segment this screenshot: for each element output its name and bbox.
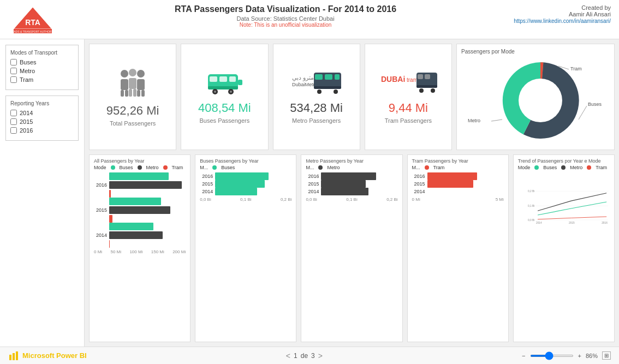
all-passengers-legend: Mode Buses Metro Tram <box>94 165 186 170</box>
svg-text:Metro: Metro <box>468 118 480 123</box>
prev-page-button[interactable]: < <box>286 351 290 360</box>
buses-chart-dot <box>212 165 217 170</box>
checkbox-tram[interactable] <box>10 76 17 83</box>
kpi-buses-value: 408,54 Mi <box>198 101 251 115</box>
chart-trend: Trend of Passengers por Year e Mode Mode… <box>513 154 615 342</box>
bar-2014-metro <box>109 231 163 239</box>
bus-bar-2014: 2014 <box>200 188 291 195</box>
zoom-minus-icon[interactable]: − <box>522 353 525 359</box>
year-label-2015: 2015 <box>94 207 107 213</box>
donut-title: Passengers por Mode <box>461 49 515 55</box>
chart-tram: Tram Passengers by Year M... Tram 2016 2… <box>407 154 509 342</box>
x-50: 50 Mi <box>110 249 121 254</box>
main-title: RTA Passengers Data Visualization - For … <box>57 4 514 14</box>
trend-metro-label: Metro <box>570 165 582 170</box>
fit-page-icon[interactable]: ⊞ <box>602 351 611 360</box>
trend-buses-dot <box>534 165 539 170</box>
svg-line-47 <box>579 106 587 120</box>
buses-chart-title: Buses Passengers by Year <box>200 158 291 164</box>
kpi-tram: DUBAi tram 9,44 Mi Tram Passengers <box>365 44 452 150</box>
donut-chart: Tram Buses Metro <box>461 49 614 144</box>
charts-row: All Passengers by Year Mode Buses Metro … <box>89 154 615 342</box>
tram-chart-title: Tram Passengers by Year <box>412 158 504 164</box>
filter-tram[interactable]: Tram <box>10 76 74 83</box>
svg-rect-25 <box>238 80 242 85</box>
svg-rect-38 <box>418 74 423 79</box>
buses-chart-legend: M... Buses <box>200 165 291 170</box>
filter-2014[interactable]: 2014 <box>10 110 74 116</box>
powerbi-icon <box>8 350 19 361</box>
tram-x-axis: 0 Mi 5 Mi <box>412 197 504 202</box>
svg-text:Buses: Buses <box>588 102 602 107</box>
metro-chart-legend-label: Metro <box>327 165 340 170</box>
filter-2014-label: 2014 <box>20 110 33 116</box>
svg-text:مترو دبي: مترو دبي <box>292 74 314 81</box>
tram-dot <box>163 165 168 170</box>
credit-link[interactable]: https://www.linkedin.com/in/aamiransari/ <box>514 18 611 24</box>
zoom-slider[interactable] <box>530 355 574 357</box>
tram-bar-2016: 2016 <box>412 172 504 180</box>
page-navigation: < 1 de 3 > <box>286 351 323 360</box>
checkbox-2014[interactable] <box>10 110 17 116</box>
svg-text:Tram: Tram <box>570 66 582 71</box>
checkbox-2015[interactable] <box>10 118 17 125</box>
zoom-plus-icon[interactable]: + <box>578 353 581 359</box>
svg-rect-17 <box>210 76 217 82</box>
svg-rect-40 <box>416 85 437 88</box>
filter-2015-label: 2015 <box>20 118 33 125</box>
svg-rect-10 <box>129 89 132 97</box>
bar-2014-tram <box>109 240 110 248</box>
powerbi-label[interactable]: Microsoft Power BI <box>22 351 87 360</box>
modes-filter-title: Modes of Transport <box>10 50 74 56</box>
svg-rect-29 <box>315 74 323 80</box>
dashboard: 952,26 Mi Total Passengers <box>85 39 619 347</box>
trend-mode-label: Mode <box>518 165 531 170</box>
kpi-row: 952,26 Mi Total Passengers <box>89 44 615 150</box>
filter-2015[interactable]: 2015 <box>10 118 74 125</box>
svg-point-43 <box>519 79 562 122</box>
modes-filter-box: Modes of Transport Buses Metro Tram <box>5 45 79 90</box>
checkbox-buses[interactable] <box>10 59 17 65</box>
bar-2016-metro <box>109 181 182 189</box>
svg-text:DUBAi: DUBAi <box>381 75 405 83</box>
metro-legend-label: Metro <box>146 165 159 170</box>
x-150: 150 Mi <box>151 249 164 254</box>
metro-bar-2015-val <box>321 180 365 188</box>
svg-text:tram: tram <box>407 77 418 83</box>
filter-tram-label: Tram <box>20 76 33 83</box>
kpi-tram-value: 9,44 Mi <box>389 101 428 115</box>
bus-bar-2016: 2016 <box>200 172 291 180</box>
svg-rect-13 <box>137 79 145 90</box>
all-passengers-title: All Passengers by Year <box>94 158 186 164</box>
svg-line-49 <box>491 120 502 121</box>
tram-chart-dot <box>425 165 429 170</box>
svg-rect-31 <box>335 74 340 80</box>
metro-icon: مترو دبي DubaiMetro <box>289 70 344 97</box>
checkbox-metro[interactable] <box>10 68 17 74</box>
svg-text:2014: 2014 <box>536 222 542 224</box>
logo-container: RTA ROADS & TRANSPORT AUTHORITY <box>8 4 57 34</box>
metro-dot <box>138 165 142 170</box>
filter-buses[interactable]: Buses <box>10 59 74 65</box>
chart-metro: Metro Passengers by Year M... Metro 2016… <box>301 154 402 342</box>
filter-metro[interactable]: Metro <box>10 68 74 74</box>
bars-2015 <box>109 198 186 223</box>
people-icon <box>114 67 152 99</box>
trend-tram-dot <box>587 165 591 170</box>
svg-rect-32 <box>314 86 341 89</box>
filter-metro-label: Metro <box>20 68 35 74</box>
trend-svg: 0,2 Bi 0,1 Bi 0,0 Bi <box>518 172 610 238</box>
next-page-button[interactable]: > <box>318 351 323 360</box>
bottom-bar: Microsoft Power BI < 1 de 3 > − + 86% ⊞ <box>0 347 619 364</box>
x-200: 200 Mi <box>172 249 186 254</box>
disclaimer-note: Note: This is an unofficial visualizatio… <box>57 22 514 28</box>
chart-buses: Buses Passengers by Year M... Buses 2016… <box>195 154 296 342</box>
buses-legend-label: Buses <box>120 165 133 170</box>
svg-rect-15 <box>141 90 145 97</box>
svg-rect-14 <box>137 90 140 97</box>
bar-row-2014-all: 2014 <box>94 223 186 248</box>
svg-rect-19 <box>229 76 236 82</box>
buses-dot <box>111 165 115 170</box>
filter-2016[interactable]: 2016 <box>10 127 74 134</box>
checkbox-2016[interactable] <box>10 127 17 134</box>
